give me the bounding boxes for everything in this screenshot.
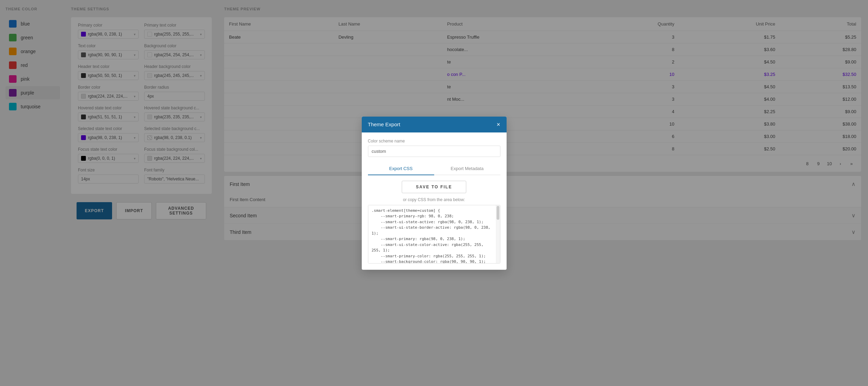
- color-scheme-input[interactable]: [368, 146, 500, 157]
- modal-close-button[interactable]: ×: [497, 121, 500, 128]
- theme-export-modal: Theme Export × Color scheme name Export …: [362, 117, 507, 270]
- modal-body: Color scheme name Export CSS Export Meta…: [362, 132, 507, 270]
- scrollbar-track[interactable]: [496, 205, 500, 263]
- color-scheme-label: Color scheme name: [368, 139, 500, 143]
- scrollbar-thumb[interactable]: [497, 206, 499, 220]
- tab-export-css[interactable]: Export CSS: [368, 162, 434, 175]
- tab-export-metadata[interactable]: Export Metadata: [434, 162, 500, 175]
- modal-title: Theme Export: [368, 121, 400, 127]
- modal-overlay[interactable]: Theme Export × Color scheme name Export …: [0, 0, 868, 386]
- css-textarea[interactable]: [368, 205, 496, 263]
- modal-header: Theme Export ×: [362, 117, 507, 132]
- modal-tabs: Export CSS Export Metadata: [368, 162, 500, 175]
- save-to-file-button[interactable]: SAVE TO FILE: [402, 181, 466, 193]
- or-copy-text: or copy CSS from the area below:: [368, 197, 500, 202]
- css-textarea-wrapper: [368, 205, 500, 264]
